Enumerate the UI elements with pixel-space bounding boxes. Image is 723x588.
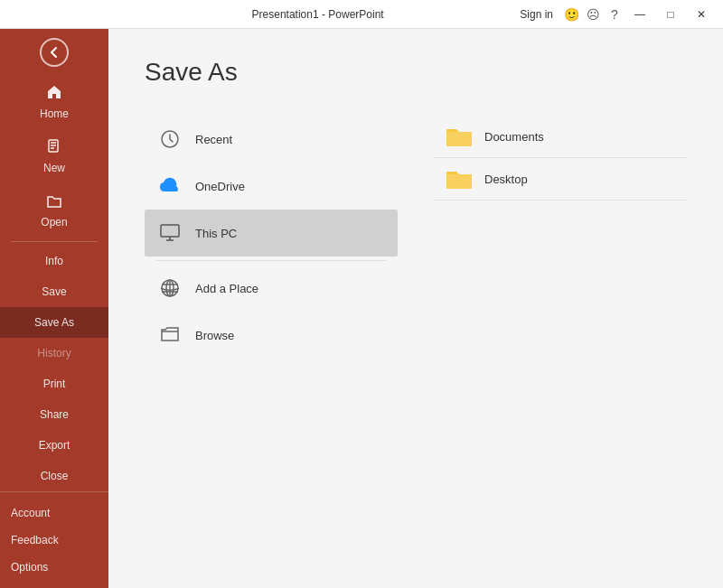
- sad-icon[interactable]: ☹: [582, 4, 604, 25]
- documents-folder-icon: [445, 125, 474, 148]
- desktop-folder-icon: [445, 167, 474, 191]
- page-title: Save As: [145, 58, 687, 87]
- sidebar-label-home: Home: [40, 107, 69, 120]
- signin-link[interactable]: Sign in: [520, 8, 553, 21]
- location-label-recent: Recent: [195, 133, 232, 146]
- clock-icon: [155, 125, 184, 154]
- folders-panel: Documents Desktop: [398, 116, 687, 359]
- sidebar-item-home[interactable]: Home: [0, 75, 108, 129]
- location-label-onedrive: OneDrive: [195, 180, 245, 193]
- location-item-recent[interactable]: Recent: [145, 116, 398, 163]
- sidebar-label-share: Share: [40, 408, 69, 421]
- location-divider: [155, 260, 387, 261]
- sidebar-item-export[interactable]: Export: [0, 430, 108, 461]
- sidebar-item-account[interactable]: Account: [0, 499, 108, 527]
- sidebar-label-save: Save: [42, 285, 66, 298]
- svg-rect-2: [161, 225, 179, 237]
- back-button[interactable]: [0, 29, 108, 75]
- locations-panel: Recent OneDrive: [145, 116, 398, 359]
- sidebar-item-close[interactable]: Close: [0, 461, 108, 491]
- sidebar-item-feedback[interactable]: Feedback: [0, 527, 108, 554]
- minimize-button[interactable]: —: [625, 2, 654, 27]
- sidebar-item-save[interactable]: Save: [0, 276, 108, 307]
- sidebar-item-open[interactable]: Open: [0, 183, 108, 238]
- folder-item-documents[interactable]: Documents: [434, 116, 687, 158]
- app-container: Home New Open: [0, 29, 723, 588]
- sidebar-item-new[interactable]: New: [0, 129, 108, 183]
- cloud-icon: [155, 172, 184, 201]
- emoji-icon[interactable]: 🙂: [560, 4, 582, 25]
- folder-item-desktop[interactable]: Desktop: [434, 158, 687, 201]
- content-area: Save As Recent: [108, 29, 723, 588]
- sidebar-nav: Home New Open: [0, 75, 108, 491]
- location-item-onedrive[interactable]: OneDrive: [145, 163, 398, 210]
- sidebar-label-info: Info: [45, 255, 63, 267]
- sidebar-label-close: Close: [41, 470, 69, 482]
- maximize-button[interactable]: □: [656, 2, 685, 27]
- sidebar-label-print: Print: [43, 378, 66, 390]
- browse-icon: [155, 321, 184, 350]
- location-label-add-place: Add a Place: [195, 282, 258, 295]
- folder-label-desktop: Desktop: [484, 173, 528, 186]
- pc-icon: [155, 219, 184, 247]
- window-title: Presentation1 - PowerPoint: [116, 8, 520, 21]
- window-controls: — □ ✕: [625, 2, 716, 27]
- sidebar-label-export: Export: [39, 439, 70, 452]
- location-item-browse[interactable]: Browse: [145, 312, 398, 359]
- sidebar-label-open: Open: [41, 216, 67, 229]
- sidebar-divider-1: [11, 241, 98, 242]
- sidebar-item-share[interactable]: Share: [0, 399, 108, 430]
- home-icon: [46, 84, 62, 104]
- close-button[interactable]: ✕: [687, 2, 716, 27]
- folder-label-documents: Documents: [484, 130, 544, 144]
- open-icon: [46, 192, 62, 212]
- location-item-this-pc[interactable]: This PC: [145, 210, 398, 257]
- sidebar-item-options[interactable]: Options: [0, 554, 108, 581]
- sidebar: Home New Open: [0, 29, 108, 588]
- location-label-this-pc: This PC: [195, 227, 237, 240]
- location-label-browse: Browse: [195, 329, 234, 342]
- sidebar-item-info[interactable]: Info: [0, 246, 108, 276]
- content-body: Recent OneDrive: [145, 116, 687, 359]
- title-bar: Presentation1 - PowerPoint Sign in 🙂 ☹ ?…: [0, 0, 723, 29]
- location-item-add-place[interactable]: Add a Place: [145, 265, 398, 312]
- sidebar-label-new: New: [43, 162, 65, 174]
- back-circle-icon: [40, 38, 69, 67]
- sidebar-item-save-as[interactable]: Save As: [0, 307, 108, 338]
- new-icon: [46, 138, 62, 158]
- sidebar-label-save-as: Save As: [34, 316, 74, 329]
- sidebar-label-history: History: [37, 347, 70, 359]
- sidebar-item-history: History: [0, 338, 108, 369]
- add-place-icon: [155, 274, 184, 303]
- help-button[interactable]: ?: [604, 4, 625, 25]
- sidebar-item-print[interactable]: Print: [0, 369, 108, 399]
- sidebar-bottom: Account Feedback Options: [0, 491, 108, 588]
